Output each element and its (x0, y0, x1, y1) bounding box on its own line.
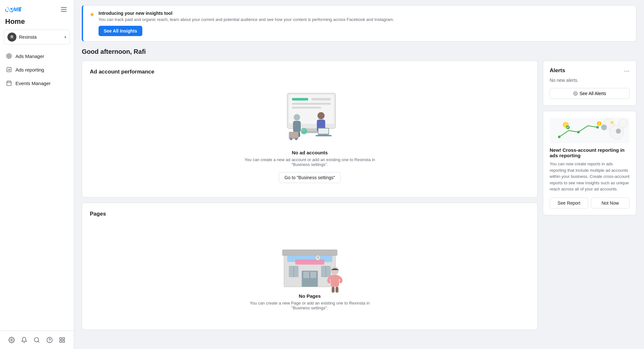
svg-point-60 (601, 124, 607, 130)
svg-rect-11 (63, 341, 65, 343)
svg-point-51 (575, 93, 576, 94)
svg-point-5 (11, 339, 12, 341)
insights-banner-description: You can track paid and organic reach, le… (99, 17, 630, 22)
svg-rect-34 (282, 250, 337, 256)
alerts-header: Alerts ··· (550, 67, 630, 74)
svg-rect-9 (63, 338, 65, 340)
side-column: Alerts ··· No new alerts. See All Alerts (543, 61, 636, 215)
svg-point-20 (294, 114, 300, 121)
sidebar-item-events-manager-label: Events Manager (15, 81, 51, 86)
svg-rect-42 (310, 272, 316, 278)
svg-rect-10 (60, 341, 62, 343)
no-ad-accounts-desc: You can create a new ad account or add a… (242, 157, 377, 167)
see-all-insights-button[interactable]: See All Insights (99, 26, 142, 36)
svg-rect-28 (318, 129, 328, 134)
pages-illustration (265, 229, 355, 293)
svg-point-25 (317, 112, 325, 119)
svg-point-62 (599, 124, 600, 125)
search-icon (33, 337, 40, 343)
insights-banner: ★ Introducing your new insights tool You… (82, 5, 636, 42)
svg-point-64 (616, 129, 621, 134)
svg-rect-50 (336, 287, 338, 293)
target-icon (6, 53, 12, 59)
no-pages-title: No Pages (299, 293, 321, 299)
svg-rect-8 (60, 338, 62, 340)
alerts-title: Alerts (550, 67, 565, 74)
star-icon: ★ (90, 11, 95, 18)
cross-account-actions: See Report Not Now (550, 198, 630, 208)
not-now-button[interactable]: Not Now (591, 198, 630, 208)
help-button[interactable] (44, 335, 55, 345)
sidebar-item-ads-manager[interactable]: Ads Manager (3, 50, 71, 63)
svg-rect-41 (303, 272, 309, 278)
svg-point-32 (295, 138, 298, 140)
help-icon (46, 337, 53, 343)
apps-button[interactable] (57, 335, 67, 345)
svg-rect-4 (7, 81, 11, 86)
no-ad-accounts-title: No ad accounts (292, 150, 328, 155)
svg-rect-14 (292, 98, 308, 101)
content-row: Ad account performance (82, 61, 636, 330)
cross-account-illustration (550, 118, 630, 143)
meta-logo (5, 6, 22, 13)
ad-account-illustration (268, 87, 352, 145)
svg-point-54 (619, 119, 628, 128)
cross-account-card: New! Cross-account reporting in ads repo… (543, 111, 636, 215)
meta-logo-svg (5, 6, 22, 13)
svg-rect-29 (316, 135, 332, 136)
sidebar-item-ads-reporting[interactable]: Ads reporting (3, 63, 71, 76)
sidebar-item-ads-manager-label: Ads Manager (15, 53, 44, 59)
cross-account-svg (550, 118, 630, 143)
search-button[interactable] (32, 335, 42, 345)
main-content: ★ Introducing your new insights tool You… (74, 0, 644, 349)
ad-account-performance-card: Ad account performance (82, 61, 538, 198)
main-column: Ad account performance (82, 61, 538, 330)
settings-icon (8, 337, 15, 343)
settings-button[interactable] (6, 335, 17, 345)
account-selector[interactable]: R Rexinsta ▾ (4, 30, 70, 44)
pages-title: Pages (90, 211, 530, 217)
sidebar-item-events-manager[interactable]: Events Manager (3, 77, 71, 90)
avatar: R (7, 33, 16, 42)
svg-rect-48 (331, 275, 339, 287)
sidebar-item-ads-reporting-label: Ads reporting (15, 67, 44, 73)
svg-point-1 (8, 55, 11, 58)
svg-point-55 (558, 136, 561, 138)
svg-point-2 (9, 56, 10, 57)
see-report-button[interactable]: See Report (550, 198, 588, 208)
svg-point-57 (596, 126, 599, 129)
sidebar-header (0, 0, 74, 16)
svg-rect-16 (292, 103, 331, 105)
insights-banner-content: Introducing your new insights tool You c… (99, 11, 630, 36)
no-pages-desc: You can create a new Page or add an exis… (242, 301, 377, 310)
svg-point-56 (577, 131, 580, 133)
chart-icon (6, 66, 12, 73)
see-all-alerts-button[interactable]: See All Alerts (550, 88, 630, 99)
svg-rect-15 (311, 98, 331, 101)
cross-account-title: New! Cross-account reporting in ads repo… (550, 147, 630, 158)
account-name-label: Rexinsta (19, 34, 62, 40)
svg-rect-17 (292, 107, 321, 109)
greeting-text: Good afternoon, Rafi (82, 48, 636, 55)
bell-icon (21, 337, 27, 343)
alerts-more-button[interactable]: ··· (624, 67, 630, 74)
svg-point-47 (331, 267, 339, 275)
cross-account-description: You can now create reports in ads report… (550, 161, 630, 192)
sidebar-nav: Ads Manager Ads reporting Events Manager (0, 50, 74, 90)
go-to-business-settings-button[interactable]: Go to "Business settings" (279, 172, 340, 183)
sidebar: Home R Rexinsta ▾ Ads Manager Ads report… (0, 0, 74, 349)
svg-point-31 (290, 138, 292, 140)
alerts-card: Alerts ··· No new alerts. See All Alerts (543, 61, 636, 106)
svg-rect-21 (293, 121, 301, 132)
home-title: Home (0, 16, 74, 30)
insights-banner-title: Introducing your new insights tool (99, 11, 630, 16)
no-alerts-text: No new alerts. (550, 78, 630, 83)
notifications-button[interactable] (19, 335, 29, 345)
ad-account-performance-title: Ad account performance (90, 69, 530, 75)
apps-icon (59, 337, 65, 343)
hamburger-button[interactable] (59, 5, 69, 14)
svg-rect-30 (289, 132, 298, 139)
chevron-down-icon: ▾ (64, 35, 66, 39)
see-all-alerts-label: See All Alerts (580, 91, 606, 96)
svg-point-24 (301, 128, 307, 134)
